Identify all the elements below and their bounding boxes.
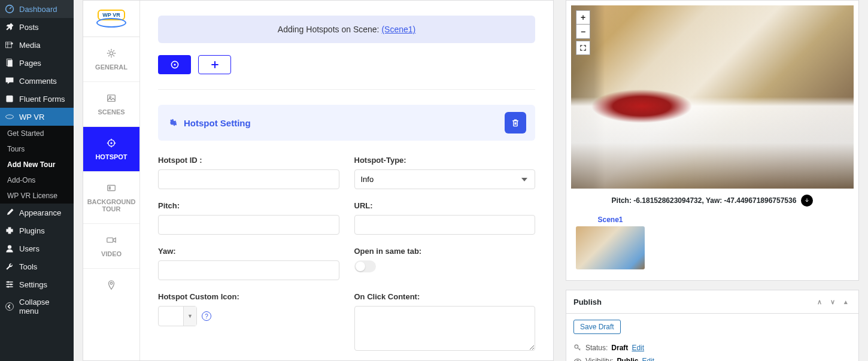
user-icon [5,244,14,253]
menu-label: Plugins [19,226,45,235]
input-hotspot-id[interactable] [158,169,339,189]
svg-point-12 [110,51,113,54]
tab-background-tour[interactable]: BACKGROUND TOUR [83,172,139,224]
field-open-same-tab: Open in same tab: [354,247,536,280]
edit-status-link[interactable]: Edit [632,344,644,352]
menu-wpvr[interactable]: WP VR [0,108,74,126]
field-url: URL: [354,201,536,235]
delete-hotspot-button[interactable] [505,112,526,134]
menu-media[interactable]: Media [0,36,74,54]
tab-label: HOTSPOT [95,153,127,160]
fullscreen-button[interactable] [576,41,590,55]
field-hotspot-id: Hotspot ID : [158,156,339,189]
field-yaw: Yaw: [158,247,339,280]
label-url: URL: [354,201,536,210]
menu-settings[interactable]: Settings [0,275,74,293]
submenu-addons[interactable]: Add-Ons [0,172,74,188]
banner-text: Adding Hotspots on Scene: [278,25,382,34]
menu-label: Comments [19,77,57,86]
menu-tools[interactable]: Tools [0,257,74,275]
vertical-tabs: WP VR GENERAL SCENES HOTSPOT [83,1,140,360]
svg-point-11 [6,303,14,311]
zoom-in-button[interactable]: + [576,10,590,25]
label-hotspot-type: Hotspot-Type: [354,156,536,165]
panel-down-button[interactable]: ∨ [827,296,838,307]
scene-link[interactable]: (Scene1) [381,25,415,34]
scene-thumb-label: Scene1 [576,216,645,224]
menu-label: Tools [19,262,37,271]
menu-fluent-forms[interactable]: Fluent Forms [0,90,74,108]
svg-point-8 [7,281,9,283]
save-draft-button[interactable]: Save Draft [573,320,621,334]
submenu-license[interactable]: WP VR License [0,188,74,204]
current-hotspot-button[interactable] [158,55,191,74]
visibility-row: Visibility: Public Edit [573,354,851,361]
plugin-icon [5,226,14,235]
tab-label: SCENES [98,108,125,116]
field-on-click: On Click Content: [354,292,536,353]
wp-admin-sidebar: Dashboard Posts Media Pages Comments Flu… [0,0,74,361]
submenu-add-new-tour[interactable]: Add New Tour [0,157,74,172]
menu-plugins[interactable]: Plugins [0,222,74,239]
media-icon [5,40,14,50]
input-url[interactable] [354,215,536,235]
menu-collapse[interactable]: Collapse menu [0,293,74,320]
tab-location[interactable] [83,269,139,301]
field-hotspot-type: Hotspot-Type: Info [354,156,536,189]
wpvr-logo-tab: WP VR [83,1,139,37]
wpvr-submenu: Get Started Tours Add New Tour Add-Ons W… [0,126,74,204]
svg-point-23 [575,345,578,348]
apply-coords-button[interactable] [801,195,813,207]
menu-label: WP VR [19,113,44,122]
status-row: Status: Draft Edit [573,341,851,354]
panel-toggle-button[interactable]: ▴ [840,296,851,307]
video-icon [106,235,117,245]
tab-video[interactable]: VIDEO [83,224,139,269]
edit-visibility-link[interactable]: Edit [642,357,654,361]
select-hotspot-type[interactable]: Info [354,169,536,189]
menu-users[interactable]: Users [0,239,74,257]
pages-icon [5,58,14,68]
info-icon[interactable]: ? [202,311,211,321]
input-pitch[interactable] [158,215,339,235]
publish-body: Save Draft Status: Draft Edit Visibility… [566,314,858,361]
brush-icon [5,208,14,217]
panel-up-button[interactable]: ∧ [814,296,825,307]
menu-pages[interactable]: Pages [0,54,74,72]
panorama-preview[interactable]: + − [571,5,854,189]
section-header: Hotspot Setting [158,105,535,141]
submenu-get-started[interactable]: Get Started [0,126,74,141]
textarea-on-click[interactable] [354,306,536,351]
input-yaw[interactable] [158,260,339,280]
target-dot-icon [170,60,180,69]
eye-icon [573,357,582,361]
tab-hotspot[interactable]: HOTSPOT [83,127,139,172]
editor-panel: WP VR GENERAL SCENES HOTSPOT [83,0,554,361]
submenu-tours[interactable]: Tours [0,141,74,157]
tab-general[interactable]: GENERAL [83,37,139,82]
tab-scenes[interactable]: SCENES [83,82,139,127]
vr-icon [5,112,14,122]
preview-controls: + − [576,10,590,55]
toggle-open-same-tab[interactable] [354,260,376,272]
dashboard-icon [5,4,14,14]
menu-label: Users [19,244,40,253]
key-icon [573,344,582,352]
scene-thumbnail[interactable] [576,226,645,269]
menu-appearance[interactable]: Appearance [0,204,74,222]
scene-banner: Adding Hotspots on Scene: (Scene1) [158,16,535,43]
publish-metabox: Publish ∧ ∨ ▴ Save Draft Status: Draft E… [566,290,859,361]
tab-label: GENERAL [95,63,128,71]
tab-label: BACKGROUND TOUR [86,198,136,213]
menu-posts[interactable]: Posts [0,18,74,36]
label-pitch: Pitch: [158,201,339,210]
svg-point-22 [174,63,175,65]
icon-picker[interactable]: ▼ [158,306,197,326]
menu-dashboard[interactable]: Dashboard [0,0,74,18]
pin-icon [106,280,117,290]
label-on-click: On Click Content: [354,292,536,301]
zoom-out-button[interactable]: − [576,25,590,39]
section-title: Hotspot Setting [167,117,251,128]
menu-comments[interactable]: Comments [0,72,74,90]
add-hotspot-button[interactable] [198,55,231,74]
